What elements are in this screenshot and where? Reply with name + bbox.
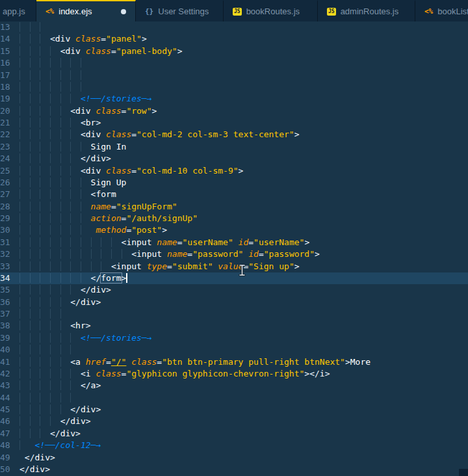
line-number[interactable]: 21: [0, 117, 20, 129]
tab-label: User Settings: [158, 7, 209, 16]
code-text: [20, 344, 468, 356]
line-number[interactable]: 42: [0, 368, 20, 380]
line-number[interactable]: 49: [0, 452, 20, 464]
line-number[interactable]: 24: [0, 153, 20, 165]
line-number[interactable]: 16: [0, 57, 20, 69]
code-line[interactable]: 44: [0, 392, 468, 404]
ejs-file-icon: <%: [424, 7, 433, 16]
line-number[interactable]: 37: [0, 308, 20, 320]
tab-adminroutes-js[interactable]: JSadminRoutes.js: [318, 0, 415, 21]
line-number[interactable]: 33: [0, 261, 20, 272]
code-line[interactable]: 21 <br>: [0, 117, 468, 129]
code-line[interactable]: 30 method="post">: [0, 224, 468, 236]
code-line[interactable]: 16: [0, 57, 468, 69]
tab-bar: app.js<%index.ejs{}User SettingsJSbookRo…: [0, 0, 468, 21]
code-line[interactable]: 17: [0, 70, 468, 81]
code-line[interactable]: 50</div>: [0, 464, 468, 475]
line-number[interactable]: 32: [0, 248, 20, 260]
line-number[interactable]: 29: [0, 213, 20, 224]
code-line[interactable]: 35 </div>: [0, 284, 468, 296]
code-line[interactable]: 48 <!──/col-12─→: [0, 440, 468, 451]
code-line[interactable]: 25 <div class="col-md-10 col-sm-9">: [0, 165, 468, 177]
code-line[interactable]: 24 </div>: [0, 153, 468, 165]
code-line[interactable]: 31 <input name="userName" id="userName">: [0, 237, 468, 248]
line-number[interactable]: 27: [0, 189, 20, 200]
line-number[interactable]: 47: [0, 428, 20, 440]
line-number[interactable]: 28: [0, 201, 20, 213]
line-number[interactable]: 22: [0, 129, 20, 140]
code-line[interactable]: 43 </a>: [0, 380, 468, 391]
line-number[interactable]: 15: [0, 46, 20, 57]
line-number[interactable]: 23: [0, 141, 20, 153]
line-number[interactable]: 41: [0, 356, 20, 368]
line-number[interactable]: 35: [0, 284, 20, 296]
text-caret: [126, 273, 127, 283]
code-line[interactable]: 20 <div class="row">: [0, 105, 468, 117]
line-number[interactable]: 26: [0, 177, 20, 189]
code-line[interactable]: 41 <a href="/" class="btn btn-primary pu…: [0, 356, 468, 368]
code-line[interactable]: 47 </div>: [0, 428, 468, 440]
code-line[interactable]: 14 <div class="panel">: [0, 33, 468, 45]
line-number[interactable]: 50: [0, 464, 20, 475]
line-number[interactable]: 20: [0, 105, 20, 117]
ejs-file-icon: <%: [46, 7, 54, 16]
code-line[interactable]: 15 <div class="panel-body">: [0, 46, 468, 57]
code-line[interactable]: 19 <!──/stories─→: [0, 93, 468, 105]
code-text: [20, 392, 468, 404]
code-text: </div>: [20, 464, 468, 475]
line-number[interactable]: 30: [0, 224, 20, 236]
code-text: <div class="col-md-10 col-sm-9">: [20, 165, 468, 177]
line-number[interactable]: 44: [0, 392, 20, 404]
code-line[interactable]: 34 </form>: [0, 272, 468, 284]
line-number[interactable]: 17: [0, 70, 20, 81]
line-number[interactable]: 43: [0, 380, 20, 391]
code-text: </div>: [20, 404, 468, 416]
code-line[interactable]: 45 </div>: [0, 404, 468, 416]
tab-label: index.ejs: [58, 7, 92, 16]
line-number[interactable]: 38: [0, 320, 20, 332]
code-line[interactable]: 40: [0, 344, 468, 356]
code-line[interactable]: 46 </div>: [0, 416, 468, 427]
tab-bookroutes-js[interactable]: JSbookRoutes.js: [224, 0, 318, 21]
code-text: </div>: [20, 297, 468, 308]
line-number[interactable]: 46: [0, 416, 20, 427]
tab-booklist[interactable]: <%bookList: [415, 0, 468, 21]
line-number[interactable]: 18: [0, 81, 20, 93]
tab-user-settings[interactable]: {}User Settings: [136, 0, 224, 21]
line-number[interactable]: 36: [0, 297, 20, 308]
code-text: <div class="panel-body">: [20, 46, 468, 57]
code-text: [20, 81, 468, 93]
code-line[interactable]: 39 <!──/stories─→: [0, 332, 468, 344]
code-line[interactable]: 23 Sign In: [0, 141, 468, 153]
code-line[interactable]: 42 <i class="glyphicon glyphicon-chevron…: [0, 368, 468, 380]
code-text: </div>: [20, 452, 468, 464]
line-number[interactable]: 19: [0, 93, 20, 105]
line-number[interactable]: 31: [0, 237, 20, 248]
line-number[interactable]: 48: [0, 440, 20, 451]
code-line[interactable]: 36 </div>: [0, 297, 468, 308]
code-line[interactable]: 22 <div class="col-md-2 col-sm-3 text-ce…: [0, 129, 468, 140]
code-line[interactable]: 28 name="signUpForm": [0, 201, 468, 213]
line-number[interactable]: 40: [0, 344, 20, 356]
tab-app-js[interactable]: app.js: [0, 0, 36, 21]
code-line[interactable]: 32 <input name="password" id="password">: [0, 248, 468, 260]
line-number[interactable]: 13: [0, 21, 20, 33]
code-line[interactable]: 33 <input type="submit" value="Sign up">: [0, 261, 468, 272]
code-text: [20, 308, 468, 320]
line-number[interactable]: 14: [0, 33, 20, 45]
code-line[interactable]: 13: [0, 21, 468, 33]
code-line[interactable]: 38 <hr>: [0, 320, 468, 332]
line-number[interactable]: 39: [0, 332, 20, 344]
code-text: <input name="userName" id="userName">: [20, 237, 468, 248]
line-number[interactable]: 34: [0, 272, 20, 284]
code-line[interactable]: 26 Sign Up: [0, 177, 468, 189]
code-line[interactable]: 27 <form: [0, 189, 468, 200]
line-number[interactable]: 25: [0, 165, 20, 177]
code-line[interactable]: 37: [0, 308, 468, 320]
code-editor[interactable]: 13 14 <div class="panel">15 <div class="…: [0, 21, 468, 476]
code-line[interactable]: 18: [0, 81, 468, 93]
tab-index-ejs[interactable]: <%index.ejs: [36, 0, 136, 21]
code-line[interactable]: 29 action="/auth/signUp": [0, 213, 468, 224]
code-line[interactable]: 49 </div>: [0, 452, 468, 464]
line-number[interactable]: 45: [0, 404, 20, 416]
